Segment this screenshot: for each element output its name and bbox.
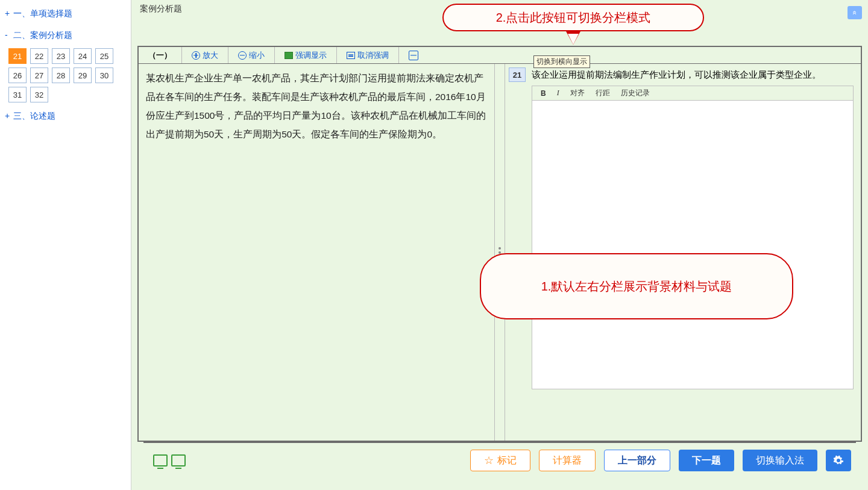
question-box-29[interactable]: 29 (74, 68, 92, 83)
passage-pane: 某农机生产企业生产单一农机产品，其生产计划部门运用提前期法来确定农机产品在各车间… (139, 64, 494, 441)
nav-section-label: 一、单项选择题 (13, 8, 72, 18)
question-box-25[interactable]: 25 (95, 48, 113, 64)
question-box-21[interactable]: 21 (8, 48, 27, 64)
question-number: 21 (509, 68, 526, 82)
question-pane: 21 该企业运用提前期法编制生产作业计划，可以推测该企业属于类型企业。 B I … (505, 64, 861, 441)
star-icon: ☆ (484, 455, 494, 466)
italic-button[interactable]: I (557, 89, 559, 98)
question-box-26[interactable]: 26 (8, 68, 27, 83)
question-box-28[interactable]: 28 (52, 68, 70, 83)
question-box-32[interactable]: 32 (30, 87, 48, 102)
question-box-31[interactable]: 31 (8, 87, 27, 102)
mark-button[interactable]: ☆标记 (470, 450, 530, 471)
highlight-button[interactable]: 强调显示 (275, 47, 337, 63)
minus-icon (238, 51, 247, 60)
question-box-24[interactable]: 24 (74, 48, 92, 64)
question-text: 该企业运用提前期法编制生产作业计划，可以推测该企业属于类型企业。 (532, 68, 854, 82)
switch-ime-button[interactable]: 切换输入法 (743, 450, 817, 471)
nav-section-case[interactable]: -二、案例分析题 (5, 28, 126, 43)
sidebar: +一、单项选择题 -二、案例分析题 21 22 23 24 25 26 27 2… (0, 0, 131, 490)
align-button[interactable]: 对齐 (570, 88, 585, 98)
question-box-30[interactable]: 30 (95, 68, 113, 83)
split-icon (409, 51, 418, 60)
nav-section-label: 二、案例分析题 (13, 30, 72, 40)
expand-icon: + (5, 111, 13, 121)
gear-icon (833, 455, 844, 466)
calculator-button[interactable]: 计算器 (539, 450, 596, 471)
section-title: 案例分析题 (131, 0, 868, 46)
expand-icon: + (5, 8, 13, 18)
question-box-22[interactable]: 22 (30, 48, 48, 64)
question-box-27[interactable]: 27 (30, 68, 48, 83)
main-area: 案例分析题 « （一） 放大 缩小 强调显示 取消强调 切换到横向显示 某农机生… (131, 0, 868, 490)
bold-button[interactable]: B (541, 89, 546, 98)
passage-text: 某农机生产企业生产单一农机产品，其生产计划部门运用提前期法来确定农机产品在各车间… (146, 69, 487, 143)
toggle-split-button[interactable] (399, 47, 428, 63)
question-box-23[interactable]: 23 (52, 48, 70, 64)
highlight-icon (285, 52, 293, 59)
plus-icon (192, 51, 200, 60)
zoom-out-button[interactable]: 缩小 (228, 47, 275, 63)
passage-toolbar: （一） 放大 缩小 强调显示 取消强调 切换到横向显示 (139, 47, 861, 64)
unhighlight-icon (347, 52, 355, 59)
prev-section-button[interactable]: 上一部分 (604, 450, 670, 471)
settings-button[interactable] (826, 450, 851, 471)
history-button[interactable]: 历史记录 (621, 88, 650, 98)
next-question-button[interactable]: 下一题 (679, 450, 734, 471)
footer-bar: ☆标记 计算器 上一部分 下一题 切换输入法 (143, 442, 856, 478)
question-grid: 21 22 23 24 25 26 27 28 29 30 31 32 (8, 48, 126, 102)
line-height-button[interactable]: 行距 (596, 88, 610, 98)
splitter-handle[interactable] (494, 64, 505, 441)
nav-section-essay[interactable]: +三、论述题 (5, 108, 126, 124)
zoom-in-button[interactable]: 放大 (182, 47, 228, 63)
group-number: （一） (139, 47, 182, 63)
scroll-top-button[interactable]: « (848, 6, 862, 19)
editor-toolbar: B I 对齐 行距 历史记录 (532, 86, 854, 100)
nav-section-single[interactable]: +一、单项选择题 (5, 6, 126, 22)
content-panel: （一） 放大 缩小 强调显示 取消强调 切换到横向显示 某农机生产企业生产单一农… (137, 46, 862, 442)
collapse-icon: - (5, 30, 13, 40)
nav-section-label: 三、论述题 (13, 111, 55, 121)
split-tooltip: 切换到横向显示 (533, 55, 590, 68)
network-status-icon (153, 454, 186, 466)
chevron-up-icon: « (851, 11, 859, 15)
unhighlight-button[interactable]: 取消强调 (337, 47, 399, 63)
answer-editor[interactable] (532, 100, 854, 389)
